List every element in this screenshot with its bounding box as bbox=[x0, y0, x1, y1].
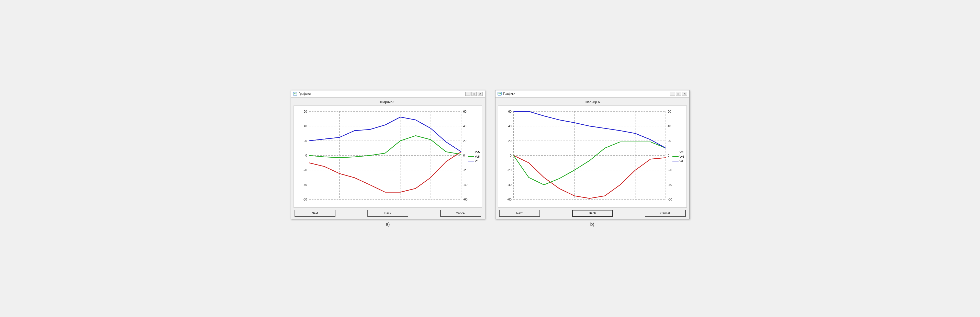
svg-text:-20: -20 bbox=[507, 168, 511, 172]
svg-text:40: 40 bbox=[304, 124, 307, 128]
title-bar-left-b: Графики bbox=[498, 92, 515, 96]
title-bar-left-a: Графики bbox=[293, 92, 311, 96]
svg-text:60: 60 bbox=[463, 109, 467, 113]
curve-v6 bbox=[513, 111, 665, 148]
svg-text:20: 20 bbox=[668, 139, 671, 143]
legend-line-vy5 bbox=[468, 156, 474, 157]
legend-item-vx6: Vx6 bbox=[673, 151, 684, 154]
legend-line-v6 bbox=[673, 161, 679, 162]
title-bar-b: Графики – □ ✕ bbox=[495, 90, 689, 98]
svg-text:60: 60 bbox=[668, 109, 671, 113]
chart-svg-a: .grid-line { stroke: #888; stroke-width:… bbox=[294, 106, 482, 208]
cancel-button-b[interactable]: Cancel bbox=[645, 210, 686, 217]
legend-line-v5 bbox=[468, 161, 474, 162]
close-btn-b[interactable]: ✕ bbox=[682, 92, 687, 96]
svg-text:40: 40 bbox=[508, 124, 512, 128]
app-icon-b bbox=[498, 92, 502, 96]
window-body-a: Шарнир 5 .grid-line { stroke: #888; stro… bbox=[291, 98, 485, 219]
legend-item-vy5: Vy5 bbox=[468, 155, 480, 158]
cancel-button-a[interactable]: Cancel bbox=[440, 210, 481, 217]
svg-text:-60: -60 bbox=[463, 198, 468, 201]
back-button-a[interactable]: Back bbox=[368, 210, 408, 217]
legend-line-vx6 bbox=[673, 152, 679, 152]
svg-text:-40: -40 bbox=[507, 183, 511, 187]
legend-a: Vx5 Vy5 V5 bbox=[468, 151, 480, 163]
svg-text:-20: -20 bbox=[668, 168, 672, 172]
back-button-b[interactable]: Back bbox=[572, 210, 613, 217]
legend-label-vx5: Vx5 bbox=[475, 151, 480, 154]
minimize-btn-b[interactable]: – bbox=[670, 92, 675, 96]
legend-label-vy5: Vy5 bbox=[475, 155, 480, 158]
chart-area-a: .grid-line { stroke: #888; stroke-width:… bbox=[294, 106, 482, 208]
title-bar-a: Графики – □ ✕ bbox=[291, 90, 485, 98]
legend-item-v6: V6 bbox=[673, 160, 684, 163]
svg-text:0: 0 bbox=[463, 154, 465, 157]
curve-v5 bbox=[309, 117, 461, 152]
title-bar-controls-a: – □ ✕ bbox=[465, 92, 483, 96]
window-label-a: a) bbox=[385, 222, 390, 227]
legend-item-vy6: Vy6 bbox=[673, 155, 684, 158]
legend-line-vy6 bbox=[673, 156, 679, 157]
window-label-b: b) bbox=[590, 222, 594, 227]
svg-text:0: 0 bbox=[305, 154, 307, 157]
window-group-b: Графики – □ ✕ Шарнир 6 .grid-line { stro… bbox=[495, 90, 690, 227]
svg-text:-60: -60 bbox=[668, 198, 672, 201]
window-a: Графики – □ ✕ Шарнир 5 . bbox=[291, 90, 485, 219]
svg-text:-20: -20 bbox=[463, 168, 468, 172]
chart-area-b: .grid-line { stroke: #888; stroke-width:… bbox=[498, 106, 687, 208]
svg-text:60: 60 bbox=[508, 109, 512, 113]
chart-title-b: Шарнир 6 bbox=[498, 100, 687, 104]
next-button-b[interactable]: Next bbox=[499, 210, 540, 217]
curve-vx6 bbox=[513, 155, 665, 198]
app-icon-a bbox=[293, 92, 297, 96]
page-container: Графики – □ ✕ Шарнир 5 . bbox=[291, 90, 690, 227]
maximize-btn-b[interactable]: □ bbox=[676, 92, 681, 96]
maximize-btn-a[interactable]: □ bbox=[471, 92, 477, 96]
next-button-a[interactable]: Next bbox=[294, 210, 336, 217]
svg-text:40: 40 bbox=[463, 124, 467, 128]
legend-label-v5: V5 bbox=[475, 160, 478, 163]
svg-text:0: 0 bbox=[668, 154, 669, 157]
legend-item-vx5: Vx5 bbox=[468, 151, 480, 154]
close-btn-a[interactable]: ✕ bbox=[477, 92, 483, 96]
legend-label-vy6: Vy6 bbox=[679, 155, 684, 158]
svg-text:20: 20 bbox=[508, 139, 512, 143]
curve-vx5 bbox=[309, 152, 461, 192]
svg-text:0: 0 bbox=[510, 154, 512, 157]
window-b: Графики – □ ✕ Шарнир 6 .grid-line { stro… bbox=[495, 90, 690, 219]
chart-title-a: Шарнир 5 bbox=[294, 100, 482, 104]
minimize-btn-a[interactable]: – bbox=[465, 92, 471, 96]
legend-label-v6: V6 bbox=[679, 160, 683, 163]
svg-text:-40: -40 bbox=[302, 183, 307, 187]
chart-svg-b: .grid-line { stroke: #888; stroke-width:… bbox=[498, 106, 686, 208]
svg-text:-40: -40 bbox=[463, 183, 468, 187]
svg-text:20: 20 bbox=[304, 139, 307, 143]
window-title-a: Графики bbox=[299, 92, 311, 95]
svg-text:-60: -60 bbox=[507, 198, 511, 201]
button-row-a: Next Back Cancel bbox=[294, 210, 482, 217]
legend-line-vx5 bbox=[468, 152, 474, 152]
curve-vy5 bbox=[309, 136, 461, 158]
window-title-b: Графики bbox=[503, 92, 515, 95]
legend-b: Vx6 Vy6 V6 bbox=[673, 151, 684, 163]
curve-vy6 bbox=[513, 142, 665, 185]
button-row-b: Next Back Cancel bbox=[498, 210, 687, 217]
title-bar-controls-b: – □ ✕ bbox=[670, 92, 687, 96]
svg-text:-60: -60 bbox=[302, 198, 307, 201]
legend-label-vx6: Vx6 bbox=[679, 151, 684, 154]
svg-text:-40: -40 bbox=[668, 183, 672, 187]
window-body-b: Шарнир 6 .grid-line { stroke: #888; stro… bbox=[495, 98, 689, 219]
svg-text:20: 20 bbox=[463, 139, 467, 143]
svg-text:-20: -20 bbox=[302, 168, 307, 172]
window-group-a: Графики – □ ✕ Шарнир 5 . bbox=[291, 90, 485, 227]
legend-item-v5: V5 bbox=[468, 160, 480, 163]
svg-text:40: 40 bbox=[668, 124, 671, 128]
svg-text:60: 60 bbox=[304, 109, 307, 113]
